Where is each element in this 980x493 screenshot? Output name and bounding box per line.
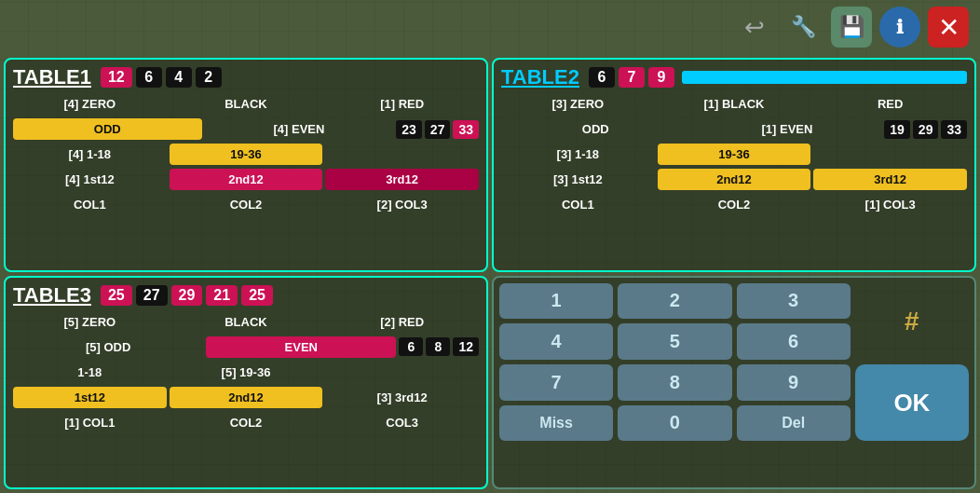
- table3-r3c2: [5] 19-36: [170, 362, 323, 383]
- main-grid: TABLE1 12 6 4 2 [4] ZERO BLACK [1] RED O…: [0, 54, 980, 493]
- table3-num1: 25: [101, 285, 132, 306]
- keypad-panel: 1 2 3 # 4 5 6 7 8 9 OK Miss 0 Del: [492, 276, 976, 490]
- table3-r3c3: [325, 368, 479, 376]
- table1-row5: COL1 COL2 [2] COL3: [13, 194, 479, 215]
- key-miss[interactable]: Miss: [499, 405, 613, 442]
- table2-r1c2: [1] BLACK: [658, 93, 811, 115]
- table1-panel: TABLE1 12 6 4 2 [4] ZERO BLACK [1] RED O…: [4, 58, 488, 272]
- settings-button[interactable]: 🔧: [783, 7, 823, 48]
- table1-r3c1: [4] 1-18: [13, 144, 167, 165]
- table2-badge2: 29: [913, 120, 939, 139]
- table1-badge1: 23: [396, 120, 422, 139]
- table2-row4: [3] 1st12 2nd12 3rd12: [501, 169, 967, 190]
- table2-r3c1: [3] 1-18: [501, 144, 655, 165]
- table3-badge3: 12: [453, 337, 479, 356]
- ok-button[interactable]: OK: [855, 364, 969, 441]
- table1-r3c2: 19-36: [170, 144, 323, 165]
- key-4[interactable]: 4: [499, 323, 613, 360]
- table3-badge2: 8: [426, 337, 450, 356]
- top-bar: ↩ 🔧 💾 ℹ ✕: [734, 0, 980, 54]
- table1-r1c3: [1] RED: [325, 93, 479, 115]
- table3-r5c1: [1] COL1: [13, 412, 167, 433]
- table2-r4c3: 3rd12: [813, 169, 967, 190]
- table1-num3: 4: [166, 67, 192, 88]
- key-1[interactable]: 1: [499, 283, 613, 320]
- table3-num5: 25: [241, 285, 273, 306]
- table1-num4: 2: [196, 67, 222, 88]
- table3-header: TABLE3 25 27 29 21 25: [13, 283, 479, 308]
- table3-r5c3: COL3: [325, 412, 479, 433]
- table2-r1c3: RED: [813, 93, 967, 115]
- table2-r2-badges: 19 29 33: [884, 120, 967, 139]
- table1-r5c2: COL2: [170, 194, 323, 215]
- table3-row1: [5] ZERO BLACK [2] RED: [13, 311, 479, 333]
- table1-r3c3: [325, 151, 479, 158]
- table3-r4c1: 1st12: [13, 387, 167, 408]
- key-0[interactable]: 0: [618, 405, 731, 442]
- table2-r3c3: [813, 151, 967, 158]
- table2-r1c1: [3] ZERO: [501, 93, 655, 115]
- table1-r5c3: [2] COL3: [325, 194, 479, 215]
- table3-r4c2: 2nd12: [170, 387, 323, 408]
- table1-row2: ODD [4] EVEN 23 27 33: [13, 118, 479, 140]
- table1-header: TABLE1 12 6 4 2: [13, 65, 479, 89]
- table3-r1c2: BLACK: [170, 311, 323, 333]
- key-7[interactable]: 7: [499, 364, 613, 401]
- table3-r2c2: EVEN: [206, 336, 396, 358]
- table2-row3: [3] 1-18 19-36: [501, 144, 967, 165]
- key-del[interactable]: Del: [737, 405, 851, 442]
- table2-header-bar: [682, 71, 967, 84]
- table3-row3: 1-18 [5] 19-36: [13, 362, 479, 383]
- table3-row4: 1st12 2nd12 [3] 3rd12: [13, 387, 479, 408]
- table3-r2-badges: 6 8 12: [399, 337, 479, 356]
- table3-num2: 27: [136, 285, 168, 306]
- table1-r4c3: 3rd12: [325, 169, 479, 190]
- table1-r1c1: [4] ZERO: [13, 93, 167, 115]
- table2-num2: 7: [619, 67, 645, 88]
- key-8[interactable]: 8: [618, 364, 731, 401]
- back-button[interactable]: ↩: [734, 7, 775, 48]
- table3-r5c2: COL2: [170, 412, 323, 433]
- save-button[interactable]: 💾: [831, 7, 872, 48]
- table2-row5: COL1 COL2 [1] COL3: [501, 194, 967, 215]
- table3-badge1: 6: [399, 337, 423, 356]
- key-3[interactable]: 3: [737, 283, 851, 320]
- key-9[interactable]: 9: [737, 364, 851, 401]
- table2-badge1: 19: [884, 120, 910, 139]
- table1-row3: [4] 1-18 19-36: [13, 144, 479, 165]
- table2-r2c2: [1] EVEN: [693, 118, 882, 140]
- info-button[interactable]: ℹ: [879, 7, 920, 48]
- table2-num1: 6: [589, 67, 615, 88]
- key-2[interactable]: 2: [618, 283, 731, 320]
- key-hash[interactable]: #: [855, 283, 969, 360]
- table3-num3: 29: [171, 285, 203, 306]
- table2-badge3: 33: [941, 120, 967, 139]
- key-6[interactable]: 6: [737, 323, 851, 360]
- close-button[interactable]: ✕: [928, 7, 969, 48]
- table2-r5c1: COL1: [501, 194, 655, 215]
- table2-r3c2: 19-36: [658, 144, 811, 165]
- table2-title: TABLE2: [501, 65, 579, 89]
- table1-num2: 6: [136, 67, 162, 88]
- table1-r1c2: BLACK: [170, 93, 323, 115]
- table1-r5c1: COL1: [13, 194, 167, 215]
- table2-header: TABLE2 6 7 9: [501, 65, 967, 89]
- table1-badge2: 27: [425, 120, 451, 139]
- table3-r2c1: [5] ODD: [13, 336, 203, 358]
- table2-row1: [3] ZERO [1] BLACK RED: [501, 93, 967, 115]
- key-5[interactable]: 5: [618, 323, 731, 360]
- table2-row2: ODD [1] EVEN 19 29 33: [501, 118, 967, 140]
- table1-r2c2: [4] EVEN: [205, 118, 394, 140]
- table3-r1c1: [5] ZERO: [13, 311, 167, 333]
- table3-r3c1: 1-18: [13, 362, 167, 383]
- table2-r5c2: COL2: [658, 194, 811, 215]
- table3-num4: 21: [206, 285, 238, 306]
- table1-title: TABLE1: [13, 65, 91, 89]
- table3-row5: [1] COL1 COL2 COL3: [13, 412, 479, 433]
- table3-r1c3: [2] RED: [325, 311, 479, 333]
- table2-r4c1: [3] 1st12: [501, 169, 655, 190]
- table1-row1: [4] ZERO BLACK [1] RED: [13, 93, 479, 115]
- table1-r2-badges: 23 27 33: [396, 120, 479, 139]
- table1-row4: [4] 1st12 2nd12 3rd12: [13, 169, 479, 190]
- table1-r4c1: [4] 1st12: [13, 169, 167, 190]
